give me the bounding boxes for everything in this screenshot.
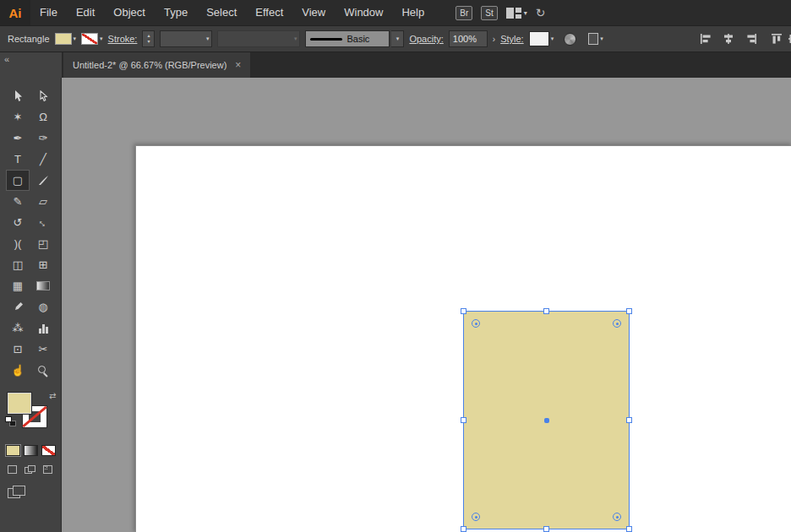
stroke-weight-stepper[interactable]: ▴ ▾: [142, 30, 155, 47]
eyedropper-tool[interactable]: [6, 296, 30, 318]
rectangle-tool[interactable]: ▢: [6, 170, 30, 191]
blend-tool[interactable]: ◍: [31, 296, 55, 318]
style-panel-link[interactable]: Style:: [500, 34, 524, 44]
align-center-icon[interactable]: [723, 33, 734, 45]
handle-nw[interactable]: [461, 308, 466, 314]
lasso-tool[interactable]: Ω: [31, 106, 55, 128]
stroke-weight-dropdown[interactable]: ▾: [160, 30, 212, 47]
line-segment-tool[interactable]: ╱: [31, 149, 55, 170]
color-button[interactable]: [6, 445, 20, 456]
mesh-tool[interactable]: ▦: [6, 275, 30, 296]
workspace-icon: [506, 8, 521, 19]
handle-n[interactable]: [543, 308, 549, 314]
align-top-icon[interactable]: [771, 33, 783, 45]
stepper-down-icon[interactable]: ▾: [147, 39, 150, 45]
corner-widget-nw[interactable]: [472, 319, 480, 328]
handle-w[interactable]: [461, 417, 466, 423]
paintbrush-tool[interactable]: [31, 170, 55, 191]
handle-sw[interactable]: [461, 526, 466, 532]
eraser-tool[interactable]: ▱: [31, 191, 55, 212]
column-graph-tool[interactable]: [31, 318, 55, 339]
corner-widget-sw[interactable]: [472, 513, 480, 521]
align-right-icon[interactable]: [745, 33, 757, 45]
document-tab-strip: « Untitled-2* @ 66.67% (RGB/Preview) ×: [0, 52, 791, 78]
fill-color-indicator[interactable]: [8, 393, 31, 414]
width-tool[interactable]: )(: [6, 233, 30, 254]
document-setup-icon[interactable]: [588, 33, 598, 45]
corner-widget-se[interactable]: [613, 513, 621, 521]
canvas[interactable]: [62, 78, 791, 532]
free-transform-tool[interactable]: ◰: [31, 233, 55, 254]
direct-selection-tool[interactable]: [31, 85, 55, 106]
handle-se[interactable]: [626, 526, 632, 532]
app-logo[interactable]: Ai: [0, 0, 30, 25]
fill-swatch[interactable]: [55, 33, 72, 45]
rotate-tool[interactable]: ↺: [6, 212, 30, 233]
stepper-up-icon[interactable]: ▴: [147, 33, 150, 39]
corner-widget-ne[interactable]: [613, 319, 621, 328]
chevron-down-icon: ▾: [551, 35, 554, 42]
stroke-panel-link[interactable]: Stroke:: [108, 34, 138, 44]
draw-behind-button[interactable]: [24, 464, 37, 475]
stroke-none-swatch[interactable]: [81, 33, 98, 45]
artboard-tool[interactable]: ⊡: [6, 339, 30, 360]
menu-effect[interactable]: Effect: [246, 0, 292, 25]
gradient-tool[interactable]: [31, 275, 55, 296]
center-point[interactable]: [544, 418, 549, 423]
recolor-artwork-icon[interactable]: [564, 33, 576, 46]
magic-wand-tool[interactable]: ✶: [6, 106, 30, 128]
document-tab[interactable]: Untitled-2* @ 66.67% (RGB/Preview) ×: [63, 52, 250, 78]
menu-type[interactable]: Type: [155, 0, 197, 25]
shape-builder-tool[interactable]: ◫: [6, 254, 30, 275]
opacity-spinner-icon[interactable]: ›: [493, 35, 495, 44]
graphic-style-dropdown[interactable]: ▾: [529, 31, 554, 46]
handle-e[interactable]: [626, 417, 632, 423]
draw-normal-button[interactable]: [6, 464, 19, 475]
handle-s[interactable]: [543, 526, 549, 532]
collapse-panel-icon[interactable]: «: [4, 54, 9, 64]
bridge-button[interactable]: Br: [456, 6, 472, 20]
stroke-color-picker[interactable]: ▾: [81, 33, 103, 45]
hand-tool[interactable]: ☝: [6, 360, 30, 381]
menu-window[interactable]: Window: [335, 0, 392, 25]
handle-ne[interactable]: [626, 308, 632, 314]
menu-file[interactable]: File: [30, 0, 67, 25]
opacity-input[interactable]: 100%: [449, 30, 488, 47]
fill-color-picker[interactable]: ▾: [55, 33, 77, 45]
stock-button[interactable]: St: [481, 6, 497, 20]
curvature-tool[interactable]: ✑: [31, 128, 55, 149]
none-button[interactable]: [41, 445, 56, 456]
brush-definition-combo[interactable]: Basic ▾: [305, 30, 404, 47]
shaper-pencil-tool[interactable]: ✎: [6, 191, 30, 212]
menu-view[interactable]: View: [292, 0, 335, 25]
scale-tool[interactable]: ↔: [31, 212, 55, 233]
pen-tool[interactable]: ✒: [6, 128, 30, 149]
screen-mode-button[interactable]: [8, 486, 26, 499]
opacity-panel-link[interactable]: Opacity:: [409, 34, 443, 44]
selection-tool[interactable]: [6, 85, 30, 106]
chevron-down-icon: ▾: [74, 35, 77, 42]
menu-edit[interactable]: Edit: [67, 0, 104, 25]
close-icon[interactable]: ×: [235, 59, 241, 71]
align-left-icon[interactable]: [700, 33, 712, 45]
artboard[interactable]: [135, 145, 791, 532]
selected-rectangle[interactable]: [463, 311, 630, 529]
draw-inside-button[interactable]: [41, 464, 55, 475]
symbol-sprayer-tool[interactable]: ⁂: [6, 318, 30, 339]
document-setup-control[interactable]: ▾: [581, 33, 603, 45]
default-fill-stroke-icon[interactable]: [5, 416, 16, 426]
swap-fill-stroke-icon[interactable]: ⇄: [49, 391, 56, 400]
menu-object[interactable]: Object: [104, 0, 155, 25]
align-vcenter-icon[interactable]: [788, 33, 791, 45]
zoom-tool[interactable]: [31, 360, 55, 381]
workspace-switcher[interactable]: ▾: [506, 8, 527, 19]
slice-tool[interactable]: ✂: [31, 339, 55, 360]
style-swatch[interactable]: [529, 31, 549, 46]
menu-bar: Ai File Edit Object Type Select Effect V…: [0, 0, 791, 25]
perspective-grid-tool[interactable]: ⊞: [31, 254, 55, 275]
type-tool[interactable]: T: [6, 149, 30, 170]
gradient-button[interactable]: [24, 445, 38, 456]
menu-select[interactable]: Select: [197, 0, 246, 25]
menu-help[interactable]: Help: [392, 0, 434, 25]
sync-icon[interactable]: ↻: [536, 6, 546, 19]
